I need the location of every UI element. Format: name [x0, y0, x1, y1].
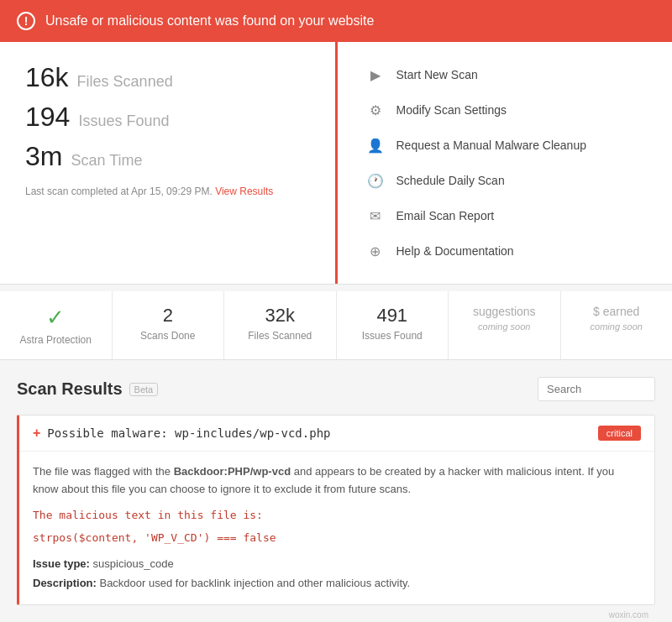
issue-card: + Possible malware: wp-includes/wp-vcd.p…: [17, 415, 655, 605]
action-label: Help & Documentation: [396, 244, 514, 258]
summary-item: suggestionscoming soon: [449, 291, 561, 359]
action-icon: ⊕: [366, 242, 385, 260]
files-scanned-row: 16k Files Scanned: [25, 62, 310, 93]
summary-item: 491Issues Found: [337, 291, 449, 359]
action-icon: ⚙: [366, 101, 385, 119]
action-label: Modify Scan Settings: [396, 103, 507, 117]
scan-time-value: 3m: [25, 141, 62, 172]
summary-label: coming soon: [478, 321, 530, 332]
search-input[interactable]: [538, 377, 655, 401]
malicious-text-label: The malicious text in this file is:: [33, 509, 641, 521]
alert-banner: ! Unsafe or malicious content was found …: [0, 0, 672, 42]
action-item[interactable]: ▶Start New Scan: [363, 59, 648, 91]
action-label: Request a Manual Malware Cleanup: [396, 139, 586, 152]
plus-icon: +: [33, 426, 40, 441]
summary-item: ✓Astra Protection: [0, 291, 113, 359]
action-item[interactable]: 👤Request a Manual Malware Cleanup: [363, 129, 648, 161]
files-scanned-label: Files Scanned: [77, 73, 173, 91]
summary-label: Issues Found: [362, 330, 423, 342]
issues-found-row: 194 Issues Found: [25, 102, 310, 133]
issue-meta: Issue type: suspicious_code Description:…: [33, 554, 641, 593]
summary-value: 491: [376, 305, 407, 327]
issue-desc-value: Backdoor used for backlink injection and…: [99, 577, 410, 589]
scan-results-header: Scan Results Beta: [17, 377, 655, 401]
actions-section: ▶Start New Scan⚙Modify Scan Settings👤Req…: [338, 42, 673, 284]
critical-badge: critical: [598, 426, 641, 441]
view-results-link[interactable]: View Results: [215, 186, 273, 197]
action-icon: ▶: [366, 65, 385, 84]
issue-title-row: + Possible malware: wp-includes/wp-vcd.p…: [33, 426, 331, 441]
issues-found-value: 194: [25, 102, 70, 133]
action-icon: ✉: [366, 206, 385, 225]
action-icon: 🕐: [366, 171, 385, 190]
scan-results-section: Scan Results Beta + Possible malware: wp…: [0, 360, 672, 622]
summary-item: 2Scans Done: [113, 291, 225, 359]
summary-label: Astra Protection: [20, 334, 92, 346]
alert-message: Unsafe or malicious content was found on…: [45, 13, 374, 29]
summary-value: $ earned: [593, 305, 639, 318]
action-item[interactable]: ⚙Modify Scan Settings: [363, 94, 648, 126]
stats-section: 16k Files Scanned 194 Issues Found 3m Sc…: [0, 42, 338, 284]
action-label: Schedule Daily Scan: [396, 174, 505, 187]
main-card: 16k Files Scanned 194 Issues Found 3m Sc…: [0, 42, 672, 285]
action-item[interactable]: 🕐Schedule Daily Scan: [363, 165, 648, 196]
beta-badge: Beta: [129, 383, 159, 396]
summary-item: $ earnedcoming soon: [561, 291, 673, 359]
malicious-code: strpos($content, 'WP_V_CD') === false: [33, 531, 641, 544]
summary-label: Scans Done: [140, 330, 195, 342]
issue-type-row: Issue type: suspicious_code: [33, 554, 641, 573]
summary-label: Files Scanned: [248, 330, 312, 342]
scan-results-heading: Scan Results: [17, 379, 123, 399]
action-label: Start New Scan: [396, 68, 478, 81]
watermark: woxin.com: [17, 605, 655, 622]
issue-desc-label: Description:: [33, 577, 99, 589]
alert-icon: !: [17, 12, 35, 30]
summary-label: coming soon: [591, 321, 643, 332]
scan-time-label: Scan Time: [71, 152, 142, 170]
action-item[interactable]: ⊕Help & Documentation: [363, 235, 648, 267]
scan-results-title: Scan Results Beta: [17, 379, 158, 399]
issue-body: The file was flagged with the Backdoor:P…: [19, 452, 654, 604]
summary-bar: ✓Astra Protection2Scans Done32kFiles Sca…: [0, 291, 672, 360]
issue-filename: Possible malware: wp-includes/wp-vcd.php: [47, 426, 330, 440]
action-label: Email Scan Report: [396, 209, 495, 222]
issue-desc-row: Description: Backdoor used for backlink …: [33, 573, 641, 593]
last-scan: Last scan completed at Apr 15, 09:29 PM.…: [25, 186, 310, 197]
files-scanned-value: 16k: [25, 62, 69, 93]
summary-value: suggestions: [473, 305, 536, 318]
action-item[interactable]: ✉Email Scan Report: [363, 200, 648, 232]
scan-time-row: 3m Scan Time: [25, 141, 310, 172]
summary-value: ✓: [46, 305, 65, 331]
issue-type-label: Issue type:: [33, 557, 93, 570]
summary-item: 32kFiles Scanned: [224, 291, 337, 359]
summary-value: 2: [163, 305, 173, 327]
summary-value: 32k: [265, 305, 295, 327]
issue-description: The file was flagged with the Backdoor:P…: [33, 463, 641, 499]
issue-header: + Possible malware: wp-includes/wp-vcd.p…: [19, 416, 654, 452]
issue-type-value: suspicious_code: [93, 557, 174, 570]
action-icon: 👤: [366, 136, 385, 154]
issues-found-label: Issues Found: [78, 112, 169, 130]
